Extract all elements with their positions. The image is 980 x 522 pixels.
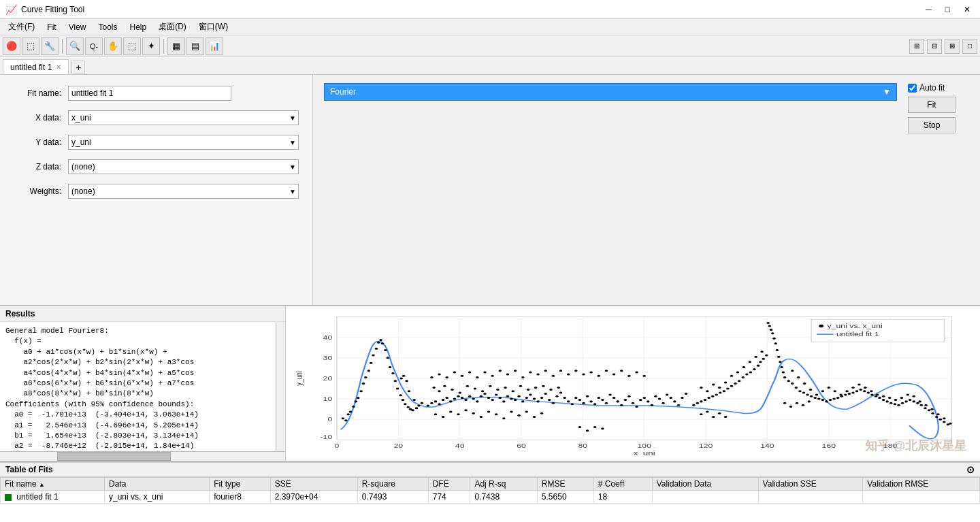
svg-point-241 <box>920 404 923 406</box>
layout-row-btn[interactable]: ⊠ <box>945 39 960 54</box>
toolbar-new-btn[interactable]: 🔴 <box>3 37 20 55</box>
svg-point-208 <box>795 387 798 389</box>
svg-point-279 <box>906 394 909 396</box>
svg-point-317 <box>582 373 585 375</box>
svg-point-252 <box>718 387 721 389</box>
layout-1-btn[interactable]: ▦ <box>167 37 185 55</box>
menu-fit[interactable]: Fit <box>42 21 61 33</box>
layout-2-btn[interactable]: ▤ <box>186 37 204 55</box>
svg-point-322 <box>620 370 623 372</box>
z-data-select[interactable]: (none) <box>68 159 299 174</box>
col-r-square[interactable]: R-square <box>357 478 428 491</box>
fit-summary-btn[interactable]: 📊 <box>206 37 223 55</box>
main-chart-svg: 40 30 20 10 0 -10 0 20 40 60 80 100 120 … <box>291 312 975 455</box>
select-btn[interactable]: ⬚ <box>123 37 141 55</box>
col-dfe[interactable]: DFE <box>428 478 470 491</box>
tab-add-button[interactable]: + <box>71 61 85 74</box>
fit-button[interactable]: Fit <box>908 97 956 113</box>
col-sse[interactable]: SSE <box>270 478 357 491</box>
results-hscrollbar[interactable] <box>0 451 285 461</box>
svg-point-331 <box>819 325 823 328</box>
svg-point-189 <box>753 368 755 370</box>
svg-point-119 <box>608 394 611 396</box>
results-scrollbar[interactable] <box>276 322 285 451</box>
menu-desktop[interactable]: 桌面(D) <box>153 20 192 34</box>
menu-window[interactable]: 窗口(W) <box>193 20 233 34</box>
x-data-select[interactable]: x_uni <box>68 110 299 125</box>
weights-select[interactable]: (none) <box>68 184 299 199</box>
tab-close-btn[interactable]: ✕ <box>56 63 61 71</box>
tab-untitled-fit-1[interactable]: untitled fit 1 ✕ <box>3 59 69 74</box>
menu-file[interactable]: 文件(F) <box>3 20 40 34</box>
col-validation-rmse[interactable]: Validation RMSE <box>863 478 980 491</box>
fit-type-selected-label: Fourier <box>330 87 356 97</box>
toolbar-save-btn[interactable]: 🔧 <box>41 37 59 55</box>
col-validation-data[interactable]: Validation Data <box>652 478 758 491</box>
close-button[interactable]: ✕ <box>960 5 975 14</box>
toolbar-open-btn[interactable]: ⬚ <box>22 37 39 55</box>
col-fit-type[interactable]: Fit type <box>210 478 271 491</box>
pan-btn[interactable]: ✋ <box>104 37 122 55</box>
svg-point-287 <box>700 413 702 415</box>
svg-point-146 <box>474 388 476 390</box>
autofit-checkbox[interactable] <box>908 84 917 93</box>
minimize-button[interactable]: ─ <box>921 5 936 14</box>
menu-help[interactable]: Help <box>124 21 152 33</box>
layout-grid-btn[interactable]: ⊞ <box>909 39 924 54</box>
data-cursor-btn[interactable]: ✦ <box>142 37 160 55</box>
svg-point-325 <box>643 375 646 377</box>
svg-point-298 <box>438 373 440 375</box>
col-adj-rsq[interactable]: Adj R-sq <box>470 478 537 491</box>
cell-rmse: 5.5650 <box>537 491 593 504</box>
svg-point-207 <box>791 382 794 385</box>
svg-point-126 <box>635 406 638 408</box>
svg-point-89 <box>495 394 497 396</box>
weights-label: Weights: <box>14 186 61 196</box>
svg-point-75 <box>442 399 444 401</box>
svg-point-143 <box>451 389 453 391</box>
stop-button[interactable]: Stop <box>908 117 956 133</box>
table-row[interactable]: untitled fit 1 y_uni vs. x_uni fourier8 … <box>1 491 980 504</box>
svg-point-209 <box>798 390 801 392</box>
fit-name-row: Fit name: <box>14 86 299 101</box>
fit-type-dropdown-btn[interactable]: Fourier ▼ <box>324 83 897 101</box>
layout-col-btn[interactable]: ⊟ <box>927 39 942 54</box>
svg-point-301 <box>461 375 463 377</box>
svg-point-310 <box>529 371 532 373</box>
svg-point-96 <box>521 400 524 402</box>
svg-point-105 <box>555 395 558 397</box>
svg-point-115 <box>593 403 596 405</box>
maximize-button[interactable]: □ <box>941 5 954 14</box>
menu-view[interactable]: View <box>63 21 92 33</box>
table-expand-btn[interactable]: ⊙ <box>966 464 975 475</box>
svg-point-62 <box>411 409 414 411</box>
zoom-in-btn[interactable]: 🔍 <box>66 37 84 55</box>
svg-point-296 <box>808 400 811 402</box>
col-validation-sse[interactable]: Validation SSE <box>758 478 863 491</box>
layout-single-btn[interactable]: □ <box>962 39 977 54</box>
svg-point-46 <box>372 355 374 357</box>
svg-point-175 <box>700 400 702 402</box>
svg-point-263 <box>809 389 812 391</box>
svg-text:0: 0 <box>335 443 340 449</box>
x-data-select-wrapper: x_uni ▼ <box>68 110 299 125</box>
x-data-label: X data: <box>14 113 61 123</box>
fit-type-container: Fourier ▼ Custom Equation Exponential Fo… <box>324 83 897 101</box>
col-rmse[interactable]: RMSE <box>537 478 593 491</box>
results-content[interactable]: General model Fourier8: f(x) = a0 + a1*c… <box>0 322 285 451</box>
svg-point-216 <box>825 400 828 402</box>
svg-point-109 <box>571 403 574 405</box>
cell-adj-rsq: 0.7438 <box>470 491 537 504</box>
svg-point-51 <box>384 349 387 351</box>
svg-point-167 <box>502 417 505 419</box>
menu-tools[interactable]: Tools <box>93 21 122 33</box>
svg-point-257 <box>749 361 751 363</box>
col-data[interactable]: Data <box>105 478 210 491</box>
y-data-select[interactable]: y_uni <box>68 135 299 150</box>
col-fit-name[interactable]: Fit name ▲ <box>1 478 105 491</box>
col-n-coeff[interactable]: # Coeff <box>593 478 652 491</box>
fit-name-input[interactable] <box>68 86 231 101</box>
svg-point-67 <box>402 375 405 377</box>
zoom-out-btn[interactable]: Q- <box>85 37 103 55</box>
svg-point-88 <box>491 399 493 401</box>
